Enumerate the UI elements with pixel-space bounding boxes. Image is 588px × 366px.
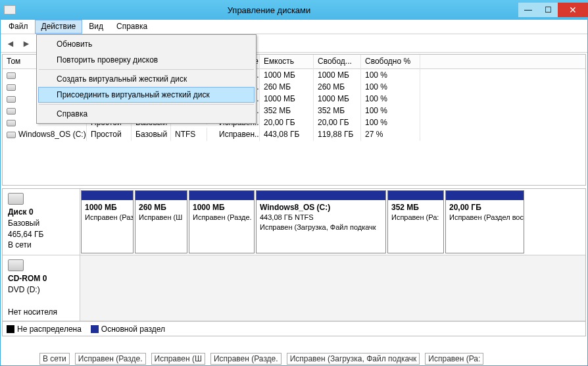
col-free[interactable]: Свобод... (314, 55, 361, 68)
volume-icon (7, 72, 16, 79)
minimize-button[interactable]: — (518, 3, 538, 17)
volume-icon (7, 84, 16, 91)
menu-item-help[interactable]: Справка (38, 106, 255, 122)
partition[interactable]: Windows8_OS (C:)443,08 ГБ NTFSИсправен (… (256, 190, 386, 253)
menu-action[interactable]: Действие (35, 20, 83, 34)
partition[interactable]: 1000 МБИсправен (Разде. (81, 190, 134, 253)
col-capacity[interactable]: Емкость (260, 55, 314, 68)
legend: Не распределена Основной раздел (3, 321, 585, 336)
volume-icon (7, 120, 16, 126)
partition[interactable]: 1000 МБИсправен (Разде. (189, 190, 255, 253)
menu-separator (39, 69, 254, 70)
disk-partitions: 1000 МБИсправен (Разде.260 МБИсправен (Ш… (80, 189, 585, 255)
partition[interactable]: 352 МБИсправен (Ра: (387, 190, 444, 253)
cdrom-partitions (80, 255, 585, 321)
menu-view[interactable]: Вид (82, 20, 110, 34)
volume-icon (7, 108, 16, 115)
disk-header: Диск 0 Базовый 465,64 ГБ В сети (3, 189, 80, 255)
volume-row[interactable]: Windows8_OS (C:)ПростойБазовыйNTFSИсправ… (3, 128, 585, 140)
app-icon (4, 5, 16, 14)
partition[interactable]: 20,00 ГБИсправен (Раздел восстан (445, 190, 524, 253)
menu-bar: Файл Действие Вид Справка Обновить Повто… (1, 20, 587, 34)
volume-icon (7, 132, 16, 138)
title-bar[interactable]: Управление дисками — ☐ ✕ (0, 0, 588, 20)
menu-help[interactable]: Справка (110, 20, 154, 34)
partition[interactable]: 260 МБИсправен (Ш (135, 190, 187, 253)
menu-separator (39, 104, 254, 105)
disk-icon (8, 193, 24, 205)
action-dropdown: Обновить Повторить проверку дисков Созда… (36, 34, 257, 124)
disk-row-0[interactable]: Диск 0 Базовый 465,64 ГБ В сети 1000 МБИ… (3, 189, 585, 255)
menu-item-refresh[interactable]: Обновить (38, 36, 255, 52)
background-window-strip: В сетиИсправен (Разде.Исправен (ШИсправе… (39, 340, 588, 366)
col-free-pct[interactable]: Свободно % (361, 55, 420, 68)
cdrom-icon (8, 259, 24, 271)
window-title: Управление дисками (20, 5, 518, 15)
cdrom-header: CD-ROM 0 DVD (D:) Нет носителя (3, 255, 80, 321)
menu-item-rescan[interactable]: Повторить проверку дисков (38, 52, 255, 68)
maximize-button[interactable]: ☐ (538, 3, 558, 17)
menu-item-create-vhd[interactable]: Создать виртуальный жесткий диск (38, 71, 255, 87)
menu-file[interactable]: Файл (2, 20, 35, 34)
forward-button[interactable]: ► (19, 37, 34, 50)
back-button[interactable]: ◄ (3, 37, 18, 50)
disk-graphical-view: Диск 0 Базовый 465,64 ГБ В сети 1000 МБИ… (2, 188, 586, 336)
volume-icon (7, 96, 16, 103)
close-button[interactable]: ✕ (558, 3, 588, 17)
legend-unallocated: Не распределена (7, 325, 82, 334)
legend-primary: Основной раздел (91, 325, 165, 334)
menu-item-attach-vhd[interactable]: Присоединить виртуальный жесткий диск (38, 87, 255, 103)
disk-row-cdrom[interactable]: CD-ROM 0 DVD (D:) Нет носителя (3, 255, 585, 321)
